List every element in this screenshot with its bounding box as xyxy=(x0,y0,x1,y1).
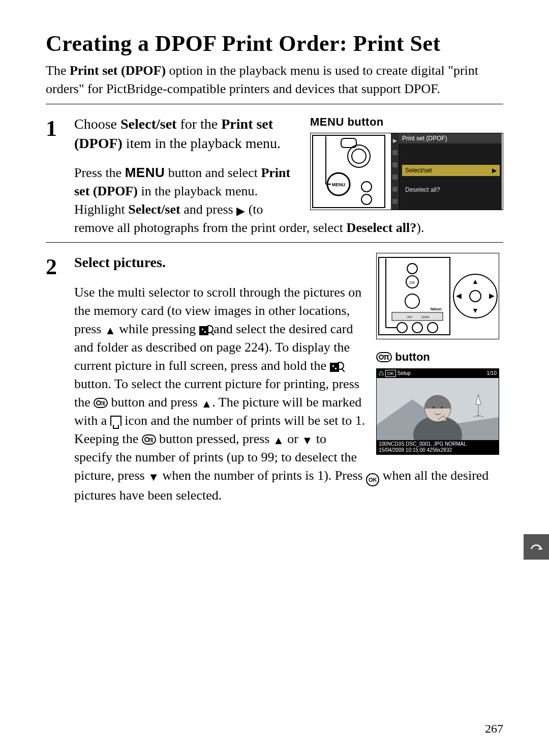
camera-grip-illustration: OK Nikon ISO QUAL xyxy=(377,255,452,337)
step-2-body: OK Nikon ISO QUAL xyxy=(74,253,503,505)
t: for the xyxy=(176,116,221,132)
step-1: 1 MENU button MENU xyxy=(46,114,503,238)
lcd-tab-icon xyxy=(392,150,398,155)
t-bold: Select/set xyxy=(120,116,176,132)
thumb-info-2: 15/04/2009 10:15:00 4256x2832 xyxy=(379,447,497,453)
lcd-header: Print set (DPOF) xyxy=(399,133,502,143)
intro-text-a: The xyxy=(46,63,70,78)
svg-text:QUAL: QUAL xyxy=(421,315,430,318)
playback-tab-icon xyxy=(393,139,397,143)
step-2: 2 OK Nikon ISO QUAL xyxy=(46,253,503,505)
print-mark-icon: 凸 xyxy=(379,370,384,376)
step2-figure2: π button xyxy=(376,350,498,454)
lcd-item-select-set: Select/set ▶ xyxy=(402,165,500,176)
lcd-tab-icon xyxy=(392,175,398,180)
page-title: Creating a DPOF Print Order: Print Set xyxy=(46,31,503,56)
caption-text: button xyxy=(392,351,430,363)
t: while pressing xyxy=(116,322,199,336)
right-triangle-icon: ▶ xyxy=(236,203,245,219)
down-triangle-icon: ▼ xyxy=(301,433,313,448)
lcd-item-deselect-all: Deselect all? xyxy=(402,184,500,195)
up-triangle-icon: ▲ xyxy=(472,277,479,286)
camera-back-illustration: MENU xyxy=(311,133,387,210)
thumb-topbar: 凸 OKSetup 1/10 xyxy=(377,369,499,378)
protect-button-icon: π xyxy=(376,352,392,362)
t: Choose xyxy=(74,116,120,132)
t: or xyxy=(284,431,302,446)
camera-lcd-menu: Print set (DPOF) Select/set ▶ Deselect a… xyxy=(391,133,502,210)
section-tab-connect xyxy=(524,534,549,560)
left-triangle-icon: ◀ xyxy=(456,292,462,301)
svg-text:OK: OK xyxy=(409,280,415,285)
thumb-info-1: 100NCD3S DSC_0001. JPG NORMAL xyxy=(379,441,497,447)
lcd-item-label: Select/set xyxy=(405,167,432,174)
svg-rect-0 xyxy=(313,135,385,208)
playback-thumbnail: 凸 OKSetup 1/10 100NCD3S DSC_0001. JPG NO… xyxy=(376,368,499,455)
ok-box-icon: OK xyxy=(385,370,396,377)
up-triangle-icon: ▲ xyxy=(273,433,284,448)
intro-bold: Print set (DPOF) xyxy=(70,63,166,78)
step2-figures: OK Nikon ISO QUAL xyxy=(376,253,503,454)
thumbnail-zoom-out-icon xyxy=(199,326,210,334)
svg-point-30 xyxy=(433,406,435,409)
center-dot-icon xyxy=(469,290,481,302)
t: ). xyxy=(416,220,424,235)
up-triangle-icon: ▲ xyxy=(201,396,212,412)
step1-fig-caption: MENU button xyxy=(310,115,384,128)
t: button and select xyxy=(165,165,261,180)
step1-fig-box: MENU xyxy=(310,133,503,210)
svg-text:ISO: ISO xyxy=(407,315,413,318)
lcd-tab-icon xyxy=(392,199,398,204)
step-number-1: 1 xyxy=(46,114,74,140)
step-number-2: 2 xyxy=(46,253,74,278)
menu-label: MENU xyxy=(125,165,165,180)
t: button and press xyxy=(108,395,201,410)
thumb-botbar: 100NCD3S DSC_0001. JPG NORMAL 15/04/2009… xyxy=(377,440,499,454)
divider xyxy=(46,104,503,104)
t-bold: Select/set xyxy=(128,202,180,217)
multi-selector-icon: ▲ ▼ ◀ ▶ xyxy=(453,274,498,318)
step1-figure: MENU button MENU xyxy=(310,114,503,210)
right-triangle-icon: ▶ xyxy=(489,292,495,301)
lcd-tab-icon xyxy=(392,162,398,167)
up-triangle-icon: ▲ xyxy=(105,323,116,338)
step-1-body: MENU button MENU xyxy=(74,114,503,238)
t: button pressed, press xyxy=(156,431,273,446)
print-mark-icon xyxy=(110,416,121,426)
divider xyxy=(46,242,503,243)
page-number: 267 xyxy=(485,722,503,736)
thumbnail-zoom-out-icon xyxy=(330,363,341,371)
protect-button-icon: π xyxy=(94,398,108,408)
manual-page: Creating a DPOF Print Order: Print Set T… xyxy=(0,0,549,756)
t: item in the playback menu. xyxy=(123,135,281,151)
t: when the number of prints is 1). Press xyxy=(159,468,366,483)
lcd-tab-icon xyxy=(392,187,398,192)
protect-button-icon: π xyxy=(142,434,156,445)
t-bold: Deselect all? xyxy=(346,220,416,235)
intro-paragraph: The Print set (DPOF) option in the playb… xyxy=(46,62,503,99)
ok-button-icon: OK xyxy=(366,473,379,486)
svg-point-31 xyxy=(441,406,443,409)
svg-rect-15 xyxy=(392,312,443,321)
thumb-count: 1/10 xyxy=(487,370,497,377)
lcd-sidebar xyxy=(391,133,400,210)
t: Press the xyxy=(74,165,125,180)
right-arrow-icon: ▶ xyxy=(492,165,497,176)
t: and press xyxy=(180,202,236,217)
svg-text:Nikon: Nikon xyxy=(431,307,442,311)
step2-fig2-caption: π button xyxy=(376,350,498,365)
down-triangle-icon: ▼ xyxy=(472,306,479,315)
down-triangle-icon: ▼ xyxy=(148,470,159,485)
multi-selector-illustration: OK Nikon ISO QUAL xyxy=(376,253,499,339)
setup-label: Setup xyxy=(398,370,411,376)
svg-text:MENU: MENU xyxy=(332,182,346,187)
